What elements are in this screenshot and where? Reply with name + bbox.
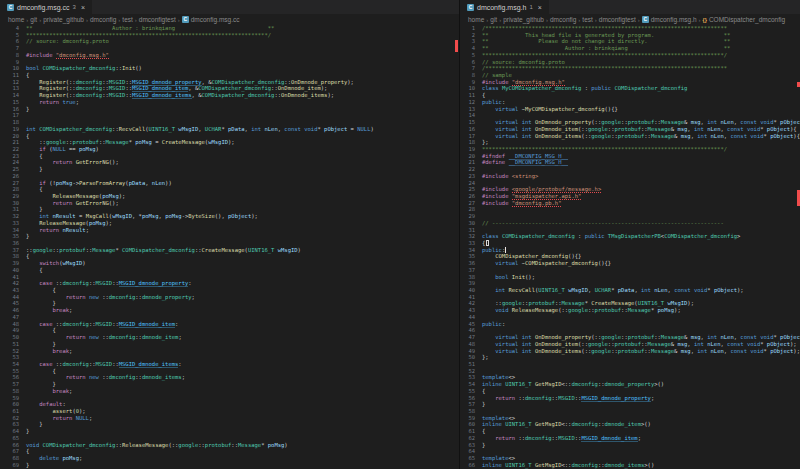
code-line[interactable]: 52 break; [0, 348, 459, 355]
code-line[interactable]: 61 assert(0); [0, 408, 459, 415]
code-line[interactable]: 11{ [460, 92, 800, 99]
code-line[interactable]: 43 void ReleaseMessage(::google::protobu… [460, 307, 800, 314]
code-line[interactable]: 10class MyCOMDispatcher_dmconfig : publi… [460, 85, 800, 92]
code-line[interactable]: 18 [0, 119, 459, 126]
code-line[interactable]: 34 return nResult; [0, 227, 459, 234]
code-line[interactable]: 52 [460, 368, 800, 375]
code-line[interactable]: 16} [0, 106, 459, 113]
code-line[interactable]: 19**************************************… [460, 146, 800, 153]
code-line[interactable]: 65 [0, 435, 459, 442]
code-line[interactable]: 43 { [0, 287, 459, 294]
code-line[interactable]: 26 [0, 173, 459, 180]
code-line[interactable]: 40 { [0, 267, 459, 274]
code-line[interactable]: 54 case ::dmconfig::MSGID::MSGID_dmnode_… [0, 361, 459, 368]
code-line[interactable]: 51 [460, 361, 800, 368]
code-line[interactable]: 5***************************************… [460, 52, 800, 59]
breadcrumb-item-file[interactable]: dmconfig.msg.cc [191, 16, 240, 23]
code-line[interactable]: 59 [0, 395, 459, 402]
code-line[interactable]: 45public: [460, 321, 800, 328]
code-line[interactable]: 21 ::google::protobuf::Message* poMsg = … [0, 139, 459, 146]
code-line[interactable]: 8// sample [460, 72, 800, 79]
breadcrumb-item[interactable]: test [122, 16, 132, 23]
code-line[interactable]: 66void COMDispatcher_dmconfig::ReleaseMe… [0, 442, 459, 449]
code-line[interactable]: 32 int nResult = MsgCall(wMsgID, *poMsg,… [0, 213, 459, 220]
code-line[interactable]: 31 } [0, 206, 459, 213]
code-line[interactable]: 29 [460, 213, 800, 220]
code-line[interactable]: 37 [460, 267, 800, 274]
code-line[interactable]: 35 COMDispatcher_dmconfig(){} [460, 253, 800, 260]
code-line[interactable]: 7 [0, 45, 459, 52]
breadcrumb-item[interactable]: dmconfigtest [599, 16, 636, 23]
code-line[interactable]: 53template<> [460, 374, 800, 381]
code-line[interactable]: 47 [0, 314, 459, 321]
code-line[interactable]: 68 delete poMsg; [0, 455, 459, 462]
code-line[interactable]: 30 return GetErrorNG(); [0, 200, 459, 207]
code-line[interactable]: 49 { [0, 327, 459, 334]
code-line[interactable]: 32class COMDispatcher_dmconfig : public … [460, 233, 800, 240]
close-icon[interactable]: × [538, 4, 542, 11]
code-line[interactable]: 4** Author : brinkqiang ** [460, 45, 800, 52]
code-line[interactable]: 27 if (!poMsg->ParseFromArray(pData, nLe… [0, 180, 459, 187]
code-line[interactable]: 35} [0, 233, 459, 240]
code-line[interactable]: 40 int RecvCall(UINT16_T wMsgID, UCHAR* … [460, 287, 800, 294]
code-line[interactable]: 53 [0, 354, 459, 361]
breadcrumb-item-symbol[interactable]: COMDispatcher_dmconfig [709, 16, 785, 23]
code-line[interactable]: 24 [460, 180, 800, 187]
code-line[interactable]: 30// -----------------------------------… [460, 220, 800, 227]
code-line[interactable]: 61{ [460, 428, 800, 435]
code-line[interactable]: 12 Register(::dmconfig::MSGID::MSGID_dmn… [0, 79, 459, 86]
code-line[interactable]: 24 return GetErrorNG(); [0, 159, 459, 166]
code-line[interactable]: 57} [460, 401, 800, 408]
code-line[interactable]: 58 [460, 408, 800, 415]
code-line[interactable]: 33 ReleaseMessage(poMsg); [0, 220, 459, 227]
breadcrumb-item-file[interactable]: dmconfig.msg.h [651, 16, 697, 23]
code-line[interactable]: 46 [460, 327, 800, 334]
code-line[interactable]: 51 } [0, 341, 459, 348]
code-line[interactable]: 63} [460, 442, 800, 449]
tab-dmconfig-msg-cc[interactable]: C dmconfig.msg.cc 3 × [0, 0, 93, 14]
breadcrumb-item[interactable]: dmconfig [550, 16, 576, 23]
code-line[interactable]: 29 ReleaseMessage(poMsg); [0, 193, 459, 200]
code-line[interactable]: 6// source: dmconfig.proto [0, 38, 459, 45]
code-line[interactable]: 63 } [0, 421, 459, 428]
code-line[interactable]: 23#include <string> [460, 173, 800, 180]
code-line[interactable]: 17 virtual int OnDmnode_items(::google::… [460, 133, 800, 140]
breadcrumb-item[interactable]: git [490, 16, 497, 23]
code-line[interactable]: 23 { [0, 153, 459, 160]
code-line[interactable]: 28 [460, 206, 800, 213]
code-line[interactable]: 33{ [460, 240, 800, 247]
code-line[interactable]: 14 Register(::dmconfig::MSGID::MSGID_dmn… [0, 92, 459, 99]
code-line[interactable]: 20#ifndef __DMCONFIG_MSG_H__ [460, 153, 800, 160]
code-line[interactable]: 65template<> [460, 455, 800, 462]
code-line[interactable]: 1/**************************************… [460, 25, 800, 32]
code-line[interactable]: 13 Register(::dmconfig::MSGID::MSGID_dmn… [0, 85, 459, 92]
breadcrumb-item[interactable]: private_github [43, 16, 84, 23]
code-line[interactable]: 26#include "msgdispatcher.api.h" [460, 193, 800, 200]
code-line[interactable]: 44 return new ::dmconfig::dmnode_propert… [0, 294, 459, 301]
code-line[interactable]: 59template<> [460, 415, 800, 422]
code-line[interactable]: 15 return true; [0, 99, 459, 106]
code-line[interactable]: 31 [460, 227, 800, 234]
code-line[interactable]: 62 return ::dmconfig::MSGID::MSGID_dmnod… [460, 435, 800, 442]
breadcrumb-item[interactable]: home [8, 16, 24, 23]
code-line[interactable]: 2** This head file is generated by progr… [460, 32, 800, 39]
code-line[interactable]: 64 [460, 448, 800, 455]
code-line[interactable]: 60 default: [0, 401, 459, 408]
code-line[interactable]: 42 ::google::protobuf::Message* CreateMe… [460, 300, 800, 307]
code-line[interactable]: 47 virtual int OnDmnode_property(::googl… [460, 334, 800, 341]
code-line[interactable]: 45 } [0, 300, 459, 307]
code-line[interactable]: 39 [460, 280, 800, 287]
breadcrumb-item[interactable]: dmconfigtest [139, 16, 176, 23]
code-line[interactable]: 67{ [0, 448, 459, 455]
code-line[interactable]: 57 } [0, 381, 459, 388]
code-line[interactable]: 46 break; [0, 307, 459, 314]
code-line[interactable]: 28 { [0, 186, 459, 193]
code-line[interactable]: 50 return new ::dmconfig::dmnode_item; [0, 334, 459, 341]
code-line[interactable]: 42 case ::dmconfig::MSGID::MSGID_dmnode_… [0, 280, 459, 287]
code-line[interactable]: 4** Author : brinkqiang ** [0, 25, 459, 32]
code-line[interactable]: 22 if (NULL == poMsg) [0, 146, 459, 153]
code-line[interactable]: 55 { [0, 368, 459, 375]
code-line[interactable]: 8#include "dmconfig.msg.h" [0, 52, 459, 59]
code-line[interactable]: 25 } [0, 166, 459, 173]
code-line[interactable]: 48 case ::dmconfig::MSGID::MSGID_dmnode_… [0, 321, 459, 328]
